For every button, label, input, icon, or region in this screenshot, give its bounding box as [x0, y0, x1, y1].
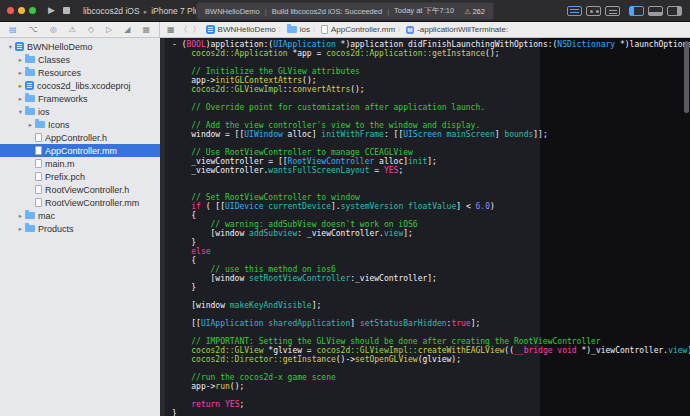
sidebar-item-resources[interactable]: ▸Resources — [0, 66, 160, 79]
main-area: ▾BWNHelloDemo▸Classes▸Resources▸cocos2d_… — [0, 38, 690, 416]
editor-mode-buttons — [567, 6, 620, 16]
disclosure-triangle-icon[interactable]: ▸ — [16, 95, 25, 103]
sidebar-item-ios[interactable]: ▾ios — [0, 105, 160, 118]
sidebar-item-main-m[interactable]: main.m — [0, 157, 160, 170]
disclosure-triangle-icon[interactable]: ▾ — [16, 108, 25, 116]
navigator-tab-source-control-icon[interactable]: ⌥ — [29, 26, 38, 34]
activity-project: BWNHelloDemo — [205, 7, 260, 16]
navigator-tab-debug-icon[interactable]: ▷ — [106, 26, 112, 34]
sidebar-item-mac[interactable]: ▸mac — [0, 209, 160, 222]
code-line: // warning: addSubView doesn't work on i… — [172, 220, 690, 229]
sidebar-item-appcontroller-h[interactable]: AppController.h — [0, 131, 160, 144]
window-controls — [7, 7, 36, 14]
folder-icon — [25, 56, 35, 63]
disclosure-triangle-icon[interactable]: ▸ — [16, 69, 25, 77]
breadcrumb-separator-icon: 〉 — [312, 25, 319, 35]
scheme-selector[interactable]: libcocos2d iOS iPhone 7 Plus — [83, 6, 204, 16]
code-line — [172, 184, 690, 193]
toggle-navigator-button[interactable] — [629, 6, 644, 16]
folder-icon — [35, 121, 45, 128]
disclosure-triangle-icon — [26, 173, 35, 180]
toggle-debug-area-button[interactable] — [648, 6, 663, 16]
editor-scrollbar[interactable] — [684, 41, 689, 113]
disclosure-triangle-icon[interactable]: ▸ — [16, 82, 25, 90]
breadcrumb-separator-icon: 〉 — [278, 25, 285, 35]
assistant-editor-button[interactable] — [586, 6, 601, 16]
code-line: cocos2d::GLViewImpl::convertAttrs(); — [172, 85, 690, 94]
disclosure-triangle-icon — [26, 134, 35, 141]
breadcrumb-label: BWNHelloDemo — [218, 25, 276, 34]
file-icon — [35, 146, 42, 155]
sidebar-item-products[interactable]: ▸Products — [0, 222, 160, 235]
code-line: // Set RootViewController to window — [172, 193, 690, 202]
navigation-row: ▤⌥◎⚠◇▷◢▦ ▦ 〈 〉 BWNHelloDemo〉ios〉AppContr… — [0, 22, 690, 38]
code-line: [window addSubview: _viewController.view… — [172, 229, 690, 238]
code-line: // IMPORTANT: Setting the GLView should … — [172, 337, 690, 346]
toggle-inspectors-button[interactable] — [667, 6, 682, 16]
project-icon — [206, 25, 215, 34]
disclosure-triangle-icon — [26, 186, 35, 193]
standard-editor-button[interactable] — [567, 6, 582, 16]
file-icon — [35, 172, 42, 181]
disclosure-triangle-icon[interactable]: ▸ — [16, 225, 25, 233]
navigator-tab-breakpoints-icon[interactable]: ◢ — [124, 26, 130, 34]
code-line: window = [[UIWindow alloc] initWithFrame… — [172, 130, 690, 139]
folder-icon — [25, 225, 35, 232]
breadcrumb-segment[interactable]: ios — [287, 25, 310, 34]
sidebar-item-rootviewcontroller-mm[interactable]: RootViewController.mm — [0, 196, 160, 209]
navigator-tab-search-icon[interactable]: ◎ — [50, 26, 57, 34]
sidebar-item-label: main.m — [45, 159, 75, 169]
disclosure-triangle-icon — [26, 160, 35, 167]
back-button[interactable]: 〈 — [180, 24, 188, 35]
code-line: else — [172, 247, 690, 256]
minimize-button[interactable] — [18, 7, 25, 14]
disclosure-triangle-icon[interactable]: ▸ — [16, 212, 25, 220]
related-items-icon[interactable]: ▦ — [167, 25, 175, 34]
navigator-selector-bar: ▤⌥◎⚠◇▷◢▦ — [0, 22, 160, 37]
code-line: app->run(); — [172, 382, 690, 391]
run-controls: ▶ — [48, 6, 70, 15]
code-line — [172, 310, 690, 319]
chevron-right-icon — [144, 6, 148, 16]
method-icon: M — [406, 26, 414, 34]
sidebar-item-classes[interactable]: ▸Classes — [0, 53, 160, 66]
breadcrumb-segment[interactable]: BWNHelloDemo — [206, 25, 276, 34]
navigator-tab-tests-icon[interactable]: ◇ — [88, 26, 94, 34]
sidebar-item-label: ios — [38, 107, 50, 117]
breadcrumb-segment[interactable]: M-applicationWillTerminate: — [406, 25, 508, 34]
breadcrumb-segment[interactable]: AppController.mm — [321, 25, 395, 34]
navigator-tab-reports-icon[interactable]: ▦ — [142, 26, 150, 34]
breadcrumb-label: AppController.mm — [331, 25, 395, 34]
disclosure-triangle-icon[interactable]: ▾ — [6, 43, 15, 51]
code-line: // Override point for customization afte… — [172, 103, 690, 112]
sidebar-item-frameworks[interactable]: ▸Frameworks — [0, 92, 160, 105]
warning-count-badge[interactable]: ⚠ 262 — [464, 7, 485, 16]
forward-button[interactable]: 〉 — [193, 24, 201, 35]
view-toggle-buttons — [629, 6, 682, 16]
folder-icon — [25, 95, 35, 102]
sidebar-item-icons[interactable]: ▸Icons — [0, 118, 160, 131]
close-button[interactable] — [7, 7, 14, 14]
sidebar-item-label: BWNHelloDemo — [27, 42, 93, 52]
code-line: } — [172, 409, 690, 416]
code-line: cocos2d::Director::getInstance()->setOpe… — [172, 355, 690, 364]
sidebar-item-label: RootViewController.mm — [45, 198, 139, 208]
code-line: - (BOOL)application:(UIApplication *)app… — [172, 40, 690, 49]
sidebar-item-appcontroller-mm[interactable]: AppController.mm — [0, 144, 160, 157]
navigator-tab-issues-icon[interactable]: ⚠ — [69, 26, 76, 34]
zoom-button[interactable] — [29, 7, 36, 14]
sidebar-item-label: Products — [38, 224, 74, 234]
run-button[interactable]: ▶ — [48, 6, 55, 15]
code-editor[interactable]: - (BOOL)application:(UIApplication *)app… — [160, 38, 690, 416]
navigator-tab-project-icon[interactable]: ▤ — [9, 26, 17, 34]
sidebar-item-bwnhellodemo[interactable]: ▾BWNHelloDemo — [0, 40, 160, 53]
sidebar-item-rootviewcontroller-h[interactable]: RootViewController.h — [0, 183, 160, 196]
sidebar-item-label: Frameworks — [38, 94, 88, 104]
stop-button[interactable] — [63, 7, 70, 14]
version-editor-button[interactable] — [605, 6, 620, 16]
code-line — [172, 292, 690, 301]
disclosure-triangle-icon[interactable]: ▸ — [26, 121, 35, 129]
sidebar-item-cocos2d-libs-xcodeproj[interactable]: ▸cocos2d_libs.xcodeproj — [0, 79, 160, 92]
disclosure-triangle-icon[interactable]: ▸ — [16, 56, 25, 64]
sidebar-item-prefix-pch[interactable]: Prefix.pch — [0, 170, 160, 183]
